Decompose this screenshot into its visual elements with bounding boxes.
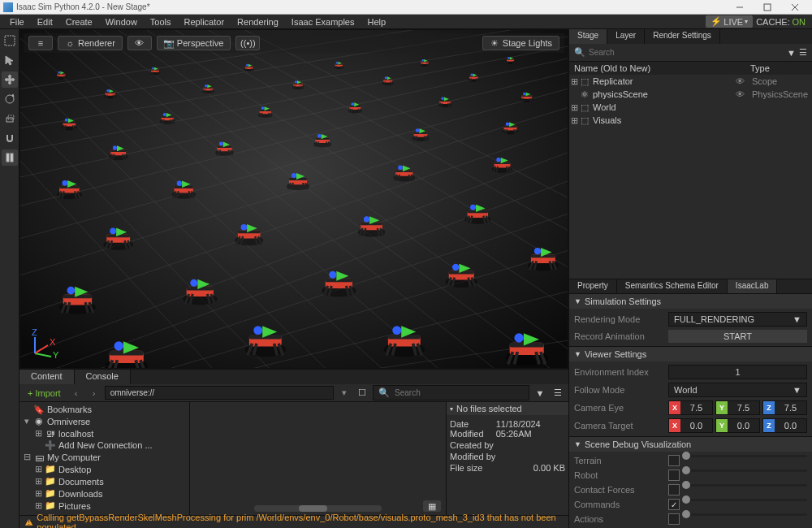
- tool-rotate[interactable]: [2, 91, 18, 107]
- env-index-field[interactable]: 1: [668, 365, 807, 379]
- debug-checkbox[interactable]: [668, 455, 680, 466]
- viewport-3d[interactable]: Z Y X: [20, 30, 568, 368]
- tree-item[interactable]: ⊞🖳localhost: [21, 427, 188, 439]
- viewport-visibility-button[interactable]: 👁: [127, 36, 152, 50]
- section-scene-debug[interactable]: ▼Scene Debug Visualization: [569, 436, 812, 452]
- camera-eye-y-field[interactable]: 7.5: [728, 401, 759, 414]
- tab-content[interactable]: Content: [19, 370, 75, 384]
- content-tree[interactable]: 🔖Bookmarks▾◉Omniverse⊞🖳localhost➕Add New…: [19, 402, 190, 515]
- tree-item[interactable]: ⊞📁Documents: [21, 475, 188, 487]
- record-animation-label: Record Animation: [574, 331, 663, 341]
- bookmark-icon[interactable]: ☐: [355, 386, 369, 400]
- camera-target-x-field[interactable]: 0.0: [680, 419, 712, 432]
- tree-item[interactable]: ⊟🖴My Computer: [21, 451, 188, 463]
- prim-icon: ⚛: [579, 89, 590, 100]
- nav-back-button[interactable]: ‹: [69, 386, 84, 400]
- menu-edit[interactable]: Edit: [31, 17, 59, 27]
- tree-item[interactable]: ▾◉Omniverse: [21, 415, 188, 427]
- tab-semantics-schema[interactable]: Semantics Schema Editor: [617, 279, 728, 293]
- content-search-input[interactable]: [395, 388, 524, 397]
- thumbnail-size-slider[interactable]: [254, 505, 382, 512]
- tab-property[interactable]: Property: [569, 279, 617, 293]
- menu-replicator[interactable]: Replicator: [178, 17, 231, 27]
- tab-stage[interactable]: Stage: [569, 29, 607, 44]
- window-minimize-button[interactable]: [726, 1, 754, 14]
- tool-select[interactable]: [2, 52, 18, 68]
- window-close-button[interactable]: [781, 1, 809, 14]
- viewport-lights-dropdown[interactable]: ☀Stage Lights: [482, 36, 559, 50]
- nav-forward-button[interactable]: ›: [87, 386, 102, 400]
- tab-console[interactable]: Console: [75, 370, 131, 384]
- tool-play-pause[interactable]: [2, 149, 18, 166]
- svg-rect-8: [6, 154, 9, 162]
- path-field[interactable]: [105, 386, 334, 400]
- filter-icon[interactable]: ▼: [787, 48, 796, 58]
- menu-file[interactable]: File: [3, 17, 31, 27]
- light-icon: ☀: [490, 38, 499, 48]
- stage-item[interactable]: ⊞⬚Replicator👁Scope: [569, 75, 812, 88]
- import-button[interactable]: + Import: [23, 388, 66, 398]
- prim-icon: ⬚: [579, 102, 590, 113]
- camera-eye-x-field[interactable]: 7.5: [680, 401, 712, 414]
- visibility-eye-icon[interactable]: 👁: [736, 89, 752, 99]
- tool-snap[interactable]: [2, 130, 18, 146]
- debug-slider[interactable]: [682, 455, 807, 457]
- menu-create[interactable]: Create: [59, 17, 99, 27]
- viewport-hamburger-button[interactable]: ≡: [28, 36, 53, 50]
- tree-item[interactable]: ➕Add New Connection ...: [21, 439, 188, 451]
- tool-strip: [0, 29, 19, 528]
- rendering-mode-dropdown[interactable]: FULL_RENDERING▼: [668, 312, 807, 327]
- menu-help[interactable]: Help: [361, 17, 393, 27]
- options-icon[interactable]: ☰: [551, 386, 565, 400]
- camera-target-y-field[interactable]: 0.0: [728, 419, 759, 432]
- menu-tools[interactable]: Tools: [144, 17, 178, 27]
- debug-checkbox[interactable]: [668, 484, 680, 496]
- tool-move[interactable]: [2, 71, 18, 88]
- view-mode-toggle[interactable]: ▦: [423, 500, 441, 512]
- debug-checkbox[interactable]: [668, 513, 680, 525]
- content-grid[interactable]: ▦: [190, 402, 447, 515]
- tree-item[interactable]: ⊞📁Downloads: [21, 487, 188, 500]
- section-viewer-settings[interactable]: ▼Viewer Settings: [569, 346, 812, 361]
- debug-slider[interactable]: [682, 513, 807, 516]
- stage-item[interactable]: ⚛physicsScene👁PhysicsScene: [569, 88, 812, 101]
- stage-item[interactable]: ⊞⬚Visuals: [569, 114, 812, 127]
- svg-line-48: [35, 353, 51, 357]
- camera-eye-z-field[interactable]: 7.5: [775, 401, 806, 414]
- svg-line-50: [35, 345, 48, 353]
- follow-mode-dropdown[interactable]: World▼: [668, 383, 807, 397]
- stage-search-input[interactable]: [589, 48, 784, 57]
- viewport-audio-button[interactable]: ((•)): [235, 36, 260, 50]
- tab-render-settings[interactable]: Render Settings: [645, 29, 720, 44]
- stage-tree[interactable]: ⊞⬚Replicator👁Scope⚛physicsScene👁PhysicsS…: [569, 75, 812, 148]
- filter-icon[interactable]: ▼: [533, 386, 547, 400]
- menu-window[interactable]: Window: [99, 17, 144, 27]
- tree-item[interactable]: ⊞📁Desktop: [21, 463, 188, 475]
- viewport-camera-dropdown[interactable]: 📷Perspective: [157, 36, 231, 50]
- stage-item[interactable]: ⊞⬚World: [569, 101, 812, 114]
- menu-isaac-examples[interactable]: Isaac Examples: [285, 17, 361, 27]
- debug-checkbox[interactable]: [668, 499, 680, 510]
- tool-scale[interactable]: [2, 110, 18, 127]
- live-status-button[interactable]: ⚡LIVE▾: [706, 15, 753, 28]
- section-simulation-settings[interactable]: ▼Simulation Settings: [569, 293, 812, 309]
- bolt-icon: ⚡: [710, 16, 722, 27]
- tool-select-bound[interactable]: [2, 32, 18, 49]
- window-titlebar: Isaac Sim Python 4.2.0 - New Stage*: [0, 0, 812, 15]
- visibility-eye-icon[interactable]: 👁: [736, 76, 752, 86]
- path-dropdown-button[interactable]: ▾: [337, 386, 352, 400]
- stage-options-icon[interactable]: ☰: [799, 47, 807, 58]
- tree-item[interactable]: ⊞📁Pictures: [21, 500, 188, 512]
- record-animation-start-button[interactable]: START: [668, 330, 807, 343]
- tab-layer[interactable]: Layer: [607, 29, 645, 44]
- tree-item[interactable]: 🔖Bookmarks: [21, 404, 188, 415]
- tab-isaaclab[interactable]: IsaacLab: [728, 279, 778, 293]
- camera-target-z-field[interactable]: 0.0: [775, 419, 806, 432]
- debug-slider[interactable]: [682, 499, 807, 501]
- viewport-renderer-dropdown[interactable]: ☼Renderer: [58, 36, 123, 50]
- menu-rendering[interactable]: Rendering: [231, 17, 285, 27]
- debug-checkbox[interactable]: [668, 470, 680, 481]
- debug-slider[interactable]: [682, 470, 807, 472]
- window-maximize-button[interactable]: [754, 1, 781, 14]
- debug-slider[interactable]: [682, 484, 807, 487]
